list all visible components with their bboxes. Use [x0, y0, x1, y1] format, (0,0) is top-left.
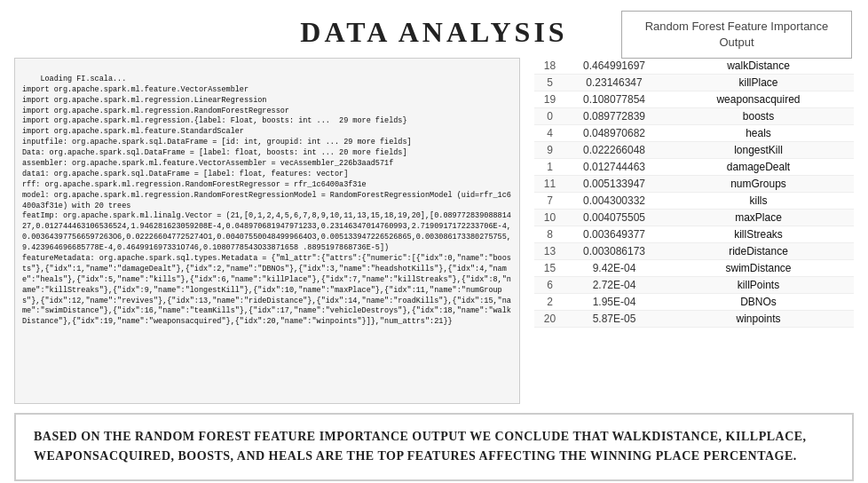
- table-row: 80.003649377killStreaks: [534, 226, 854, 243]
- feature-importance-table: 180.464991697walkDistance50.23146347kill…: [534, 58, 854, 328]
- row-index: 5: [534, 75, 565, 91]
- row-index: 15: [534, 260, 565, 277]
- table-row: 100.004075505maxPlace: [534, 210, 854, 226]
- row-index: 19: [534, 91, 565, 108]
- row-feature: weaponsacquired: [663, 91, 854, 108]
- row-index: 20: [534, 311, 565, 328]
- main-content: Loading FI.scala... import org.apache.sp…: [0, 58, 868, 404]
- row-index: 10: [534, 210, 565, 226]
- table-row: 159.42E-04swimDistance: [534, 260, 854, 277]
- row-importance: 0.004075505: [565, 210, 663, 226]
- table-row: 130.003086173rideDistance: [534, 243, 854, 260]
- row-feature: winpoints: [663, 311, 854, 328]
- row-importance: 2.72E-04: [565, 277, 663, 294]
- table-row: 110.005133947numGroups: [534, 176, 854, 193]
- row-feature: damageDealt: [663, 159, 854, 176]
- top-right-label: Random Forest Feature Importance Output: [621, 11, 852, 59]
- row-feature: killPlace: [663, 75, 854, 91]
- row-index: 1: [534, 159, 565, 176]
- table-row: 190.108077854weaponsacquired: [534, 91, 854, 108]
- conclusion-box: Based on the Random Forest Feature Impor…: [14, 413, 854, 481]
- row-index: 9: [534, 142, 565, 159]
- row-index: 13: [534, 243, 565, 260]
- table-row: 21.95E-04DBNOs: [534, 294, 854, 311]
- row-index: 4: [534, 125, 565, 142]
- table-row: 205.87E-05winpoints: [534, 311, 854, 328]
- row-feature: maxPlace: [663, 210, 854, 226]
- row-feature: longestKill: [663, 142, 854, 159]
- row-importance: 0.003649377: [565, 226, 663, 243]
- conclusion-text: Based on the Random Forest Feature Impor…: [34, 430, 807, 463]
- row-feature: boosts: [663, 108, 854, 125]
- row-feature: killPoints: [663, 277, 854, 294]
- row-index: 0: [534, 108, 565, 125]
- row-index: 2: [534, 294, 565, 311]
- row-feature: numGroups: [663, 176, 854, 193]
- row-feature: kills: [663, 193, 854, 210]
- row-importance: 0.022266048: [565, 142, 663, 159]
- row-importance: 0.048970682: [565, 125, 663, 142]
- row-importance: 5.87E-05: [565, 311, 663, 328]
- row-importance: 0.089772839: [565, 108, 663, 125]
- row-index: 18: [534, 58, 565, 75]
- table-row: 180.464991697walkDistance: [534, 58, 854, 75]
- table-row: 62.72E-04killPoints: [534, 277, 854, 294]
- table-row: 40.048970682heals: [534, 125, 854, 142]
- table-row: 70.004300332kills: [534, 193, 854, 210]
- row-feature: DBNOs: [663, 294, 854, 311]
- row-importance: 0.003086173: [565, 243, 663, 260]
- table-panel: 180.464991697walkDistance50.23146347kill…: [534, 58, 854, 404]
- table-row: 90.022266048longestKill: [534, 142, 854, 159]
- row-index: 8: [534, 226, 565, 243]
- code-panel: Loading FI.scala... import org.apache.sp…: [14, 58, 520, 404]
- table-row: 10.012744463damageDealt: [534, 159, 854, 176]
- row-index: 7: [534, 193, 565, 210]
- row-feature: walkDistance: [663, 58, 854, 75]
- code-text: Loading FI.scala... import org.apache.sp…: [22, 75, 511, 326]
- table-row: 00.089772839boosts: [534, 108, 854, 125]
- row-index: 6: [534, 277, 565, 294]
- row-importance: 0.464991697: [565, 58, 663, 75]
- row-feature: heals: [663, 125, 854, 142]
- row-importance: 9.42E-04: [565, 260, 663, 277]
- row-importance: 0.005133947: [565, 176, 663, 193]
- row-importance: 0.23146347: [565, 75, 663, 91]
- top-right-text: Random Forest Feature Importance Output: [645, 20, 829, 49]
- row-importance: 1.95E-04: [565, 294, 663, 311]
- row-feature: killStreaks: [663, 226, 854, 243]
- row-importance: 0.004300332: [565, 193, 663, 210]
- page-header: DATA ANALYSIS Random Forest Feature Impo…: [0, 0, 868, 58]
- row-feature: rideDistance: [663, 243, 854, 260]
- table-row: 50.23146347killPlace: [534, 75, 854, 91]
- row-importance: 0.012744463: [565, 159, 663, 176]
- row-feature: swimDistance: [663, 260, 854, 277]
- row-importance: 0.108077854: [565, 91, 663, 108]
- row-index: 11: [534, 176, 565, 193]
